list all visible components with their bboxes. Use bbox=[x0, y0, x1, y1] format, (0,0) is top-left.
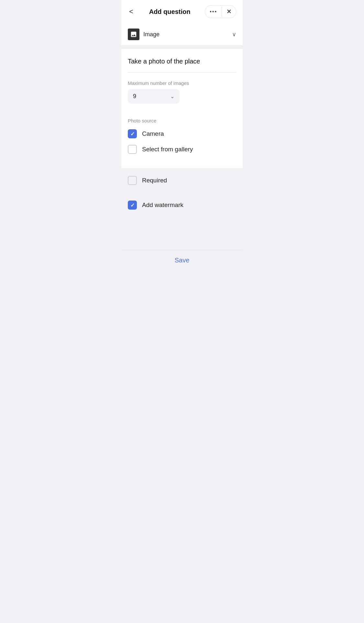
question-divider bbox=[128, 72, 236, 73]
max-images-value: 9 bbox=[133, 93, 136, 100]
required-checkbox[interactable] bbox=[128, 176, 137, 185]
page-title: Add question bbox=[135, 8, 205, 16]
image-type-icon bbox=[128, 29, 139, 40]
spacer bbox=[121, 224, 243, 250]
max-images-chevron-icon: ⌄ bbox=[170, 93, 174, 99]
header: < Add question ••• ✕ bbox=[121, 0, 243, 23]
more-button[interactable]: ••• bbox=[205, 6, 222, 17]
camera-checkbox-item: Camera bbox=[128, 129, 236, 138]
question-text: Take a photo of the place bbox=[128, 57, 236, 66]
image-svg-icon bbox=[130, 31, 137, 38]
gallery-label: Select from gallery bbox=[142, 146, 193, 153]
required-label: Required bbox=[142, 177, 167, 184]
section-separator-1 bbox=[121, 46, 243, 49]
watermark-section: Add watermark bbox=[121, 193, 243, 224]
photo-source-label: Photo source bbox=[128, 118, 236, 123]
watermark-checkbox[interactable] bbox=[128, 201, 137, 210]
gallery-checkbox-item: Select from gallery bbox=[128, 145, 236, 154]
type-label: Image bbox=[143, 31, 160, 38]
photo-source-section: Photo source Camera Select from gallery bbox=[121, 110, 243, 168]
watermark-checkbox-item: Add watermark bbox=[128, 201, 236, 210]
save-button[interactable]: Save bbox=[175, 257, 190, 264]
camera-label: Camera bbox=[142, 130, 164, 137]
max-images-label: Maximum number of images bbox=[128, 80, 236, 86]
type-selector-left: Image bbox=[128, 29, 160, 40]
required-checkbox-item: Required bbox=[128, 176, 236, 185]
question-content: Take a photo of the place Maximum number… bbox=[121, 49, 243, 110]
save-area: Save bbox=[121, 250, 243, 271]
back-button[interactable]: < bbox=[128, 6, 135, 17]
max-images-dropdown[interactable]: 9 ⌄ bbox=[128, 89, 180, 104]
type-selector[interactable]: Image ∨ bbox=[121, 23, 243, 46]
gallery-checkbox[interactable] bbox=[128, 145, 137, 154]
close-button[interactable]: ✕ bbox=[222, 6, 236, 18]
camera-checkbox[interactable] bbox=[128, 129, 137, 138]
header-actions: ••• ✕ bbox=[205, 5, 236, 18]
type-chevron-icon: ∨ bbox=[232, 31, 236, 38]
required-section: Required bbox=[121, 168, 243, 193]
watermark-label: Add watermark bbox=[142, 202, 183, 209]
